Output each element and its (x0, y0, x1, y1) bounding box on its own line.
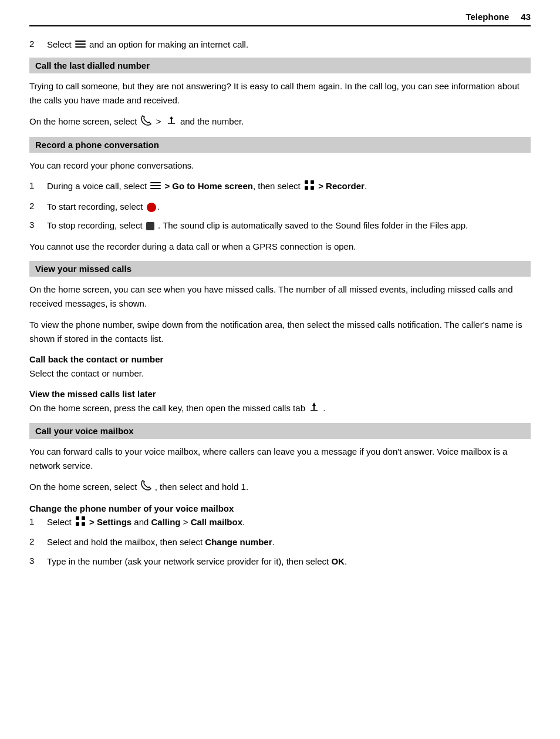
svg-rect-5 (150, 188, 161, 189)
voicemail-step1-middle: > Settings (89, 517, 131, 527)
voicemail-step1: 1 Select > Settings and Calling > Call m… (29, 516, 531, 530)
last-dialled-paragraph1: Trying to call someone, but they are not… (29, 79, 531, 108)
section-missed-title: View your missed calls (35, 264, 131, 274)
missed-tab-icon (309, 401, 319, 416)
menu-icon-2 (150, 180, 161, 194)
last-dialled-p2-after: and the number. (180, 116, 244, 126)
menu-icon (75, 39, 86, 52)
step2-select-label: Select (47, 39, 72, 49)
voicemail-step3-ok: OK (331, 556, 345, 566)
svg-rect-13 (82, 522, 85, 526)
record-step1-recorder: > Recorder (318, 181, 365, 191)
apps-icon-1 (304, 180, 315, 194)
svg-rect-12 (76, 522, 79, 526)
header-title: Telephone (465, 12, 509, 22)
svg-rect-4 (150, 185, 161, 186)
record-step3: 3 To stop recording, select . The sound … (29, 219, 531, 233)
dialled-icon (166, 115, 177, 130)
voicemail-p2-after: , then select and hold 1. (155, 482, 248, 492)
voicemail-step2-num: 2 (29, 536, 47, 546)
record-step2-before: To start recording, select (47, 201, 143, 211)
voicemail-step3-text: Type in the number (ask your network ser… (47, 555, 531, 569)
voicemail-step2: 2 Select and hold the mailbox, then sele… (29, 536, 531, 549)
voicemail-step2-text: Select and hold the mailbox, then select… (47, 536, 531, 549)
voicemail-step2-change: Change number (205, 537, 272, 547)
section-voicemail-title: Call your voice mailbox (35, 426, 134, 436)
voicemail-paragraph2: On the home screen, select , then select… (29, 480, 531, 495)
voicemail-step1-callmailbox: Call mailbox (191, 517, 242, 527)
svg-rect-0 (75, 41, 86, 42)
record-step2-num: 2 (29, 200, 47, 211)
page-header: Telephone 43 (29, 12, 531, 26)
page: Telephone 43 2 Select and an option for … (0, 0, 560, 739)
record-step2-text: To start recording, select . (47, 200, 531, 214)
missed-subsection1-text: Select the contact or number. (29, 367, 531, 381)
step2-internet-after: and an option for making an internet cal… (89, 39, 248, 49)
voicemail-step3: 3 Type in the number (ask your network s… (29, 555, 531, 569)
missed-subsection2-text: On the home screen, press the call key, … (29, 401, 531, 416)
phone-icon-2 (141, 480, 151, 495)
voicemail-step1-text: Select > Settings and Calling > Call mai… (47, 516, 531, 530)
record-start-icon (147, 203, 156, 212)
section-header-missed: View your missed calls (29, 261, 531, 277)
svg-rect-6 (305, 180, 308, 184)
voicemail-change-title: Change the phone number of your voice ma… (29, 503, 531, 513)
last-dialled-paragraph2: On the home screen, select > and the num… (29, 115, 531, 130)
record-step1: 1 During a voice call, select > Go to Ho… (29, 180, 531, 194)
svg-rect-11 (82, 516, 85, 520)
svg-rect-7 (311, 180, 314, 184)
section-header-last-dialled: Call the last dialled number (29, 58, 531, 73)
missed-paragraph2: To view the phone number, swipe down fro… (29, 318, 531, 346)
missed-subsection2-after: . (323, 403, 325, 413)
voicemail-step1-select: Select (47, 517, 72, 527)
record-step1-text: During a voice call, select > Go to Home… (47, 180, 531, 194)
step-number-2a: 2 (29, 38, 47, 49)
missed-subsection1-title: Call back the contact or number (29, 354, 531, 364)
step2-internet-call: 2 Select and an option for making an int… (29, 38, 531, 52)
missed-subsection2-title: View the missed calls list later (29, 389, 531, 399)
record-step1-before: During a voice call, select (47, 181, 147, 191)
voicemail-step3-num: 3 (29, 555, 47, 566)
svg-rect-1 (75, 43, 86, 45)
voicemail-step1-num: 1 (29, 516, 47, 526)
section-header-voicemail: Call your voice mailbox (29, 423, 531, 439)
apps-icon-2 (75, 516, 86, 530)
svg-rect-2 (75, 46, 86, 48)
svg-rect-10 (76, 516, 79, 520)
record-step3-num: 3 (29, 219, 47, 230)
missed-paragraph1: On the home screen, you can see when you… (29, 283, 531, 311)
svg-rect-9 (311, 186, 314, 190)
voicemail-paragraph1: You can forward calls to your voice mail… (29, 445, 531, 473)
svg-rect-3 (150, 182, 161, 183)
record-step1-num: 1 (29, 180, 47, 190)
missed-subsection2-before: On the home screen, press the call key, … (29, 403, 305, 413)
last-dialled-p2-before: On the home screen, select (29, 116, 137, 126)
step2-internet-text: Select and an option for making an inter… (47, 38, 531, 52)
record-step3-before: To stop recording, select (47, 220, 143, 230)
record-step1-go-home: > Go to Home screen (164, 181, 252, 191)
record-step3-after: . The sound clip is automatically saved … (158, 220, 468, 230)
record-step2: 2 To start recording, select . (29, 200, 531, 214)
voicemail-p2-before: On the home screen, select (29, 482, 137, 492)
section-record-title: Record a phone conversation (35, 140, 159, 150)
record-stop-icon (146, 222, 154, 230)
last-dialled-p2-middle: > (156, 116, 161, 126)
section-header-record: Record a phone conversation (29, 137, 531, 153)
phone-icon-1 (141, 115, 151, 130)
section-last-dialled-title: Call the last dialled number (35, 61, 150, 70)
voicemail-step1-calling: Calling (151, 517, 181, 527)
svg-rect-8 (305, 186, 308, 190)
record-paragraph1: You can record your phone conversations. (29, 159, 531, 173)
header-page-number: 43 (521, 12, 531, 22)
record-paragraph2: You cannot use the recorder during a dat… (29, 240, 531, 254)
record-step3-text: To stop recording, select . The sound cl… (47, 219, 531, 233)
